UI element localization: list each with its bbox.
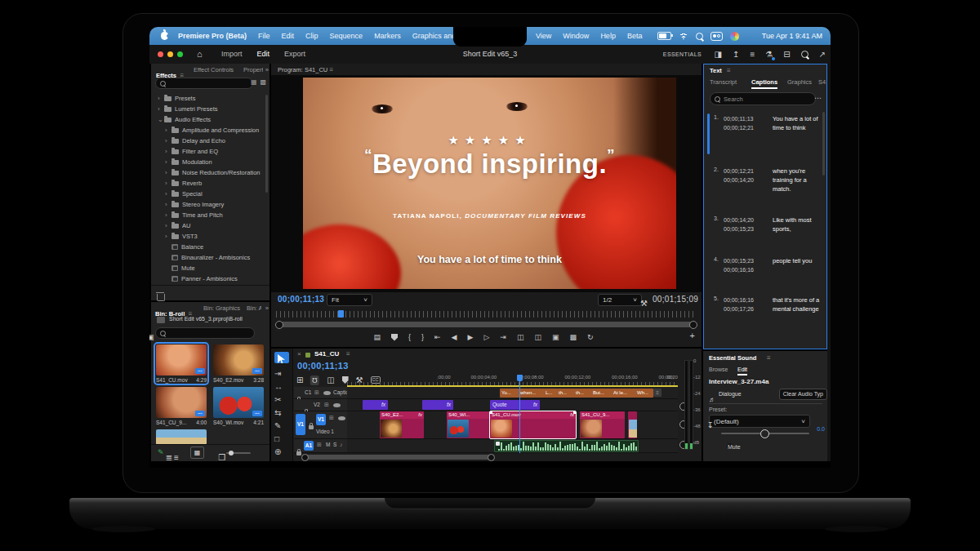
bin-clip[interactable]: •••S41_CU.mov4:29 <box>156 344 207 383</box>
edit-pen-icon[interactable]: ✎ <box>158 448 164 456</box>
caption-text[interactable]: Like with most sports, <box>773 216 820 233</box>
video-clip[interactable]: S40_WI... <box>447 411 490 438</box>
caption-text[interactable]: when you're training for a match. <box>773 167 820 193</box>
effects-tree-item[interactable]: ›Reverb <box>151 178 264 189</box>
tab-sequence[interactable]: S4 <box>818 78 826 86</box>
effects-scrollbar[interactable] <box>265 95 268 193</box>
save-preset-icon[interactable]: ↧ <box>706 420 713 429</box>
lift-icon[interactable]: ◫ <box>517 334 524 341</box>
effects-tree-item[interactable]: ›Modulation <box>151 157 264 167</box>
audio-type-label[interactable]: Dialogue <box>719 391 742 397</box>
clear-audio-type-button[interactable]: Clear Audio Typ <box>779 389 827 400</box>
clip-handle[interactable] <box>490 411 492 414</box>
tab-captions[interactable]: Captions <box>751 78 777 89</box>
lock-icon[interactable] <box>309 425 314 429</box>
menu-app-name[interactable]: Premiere Pro (Beta) <box>178 27 247 45</box>
program-timecode[interactable]: 00;00;11;13 <box>278 295 324 304</box>
menu-item-file[interactable]: File <box>258 27 270 45</box>
close-sequence-icon[interactable]: × <box>297 350 301 358</box>
more-options-icon[interactable]: ⋯ <box>814 94 822 102</box>
timeline-ruler[interactable]: ;00;0000;00;04;0000;00;08;0000;00;12;000… <box>347 375 678 385</box>
go-to-in-icon[interactable]: ⇤ <box>434 334 441 341</box>
tab-bin-audio[interactable]: Bin: Au <box>247 304 261 312</box>
a1-lane[interactable] <box>347 439 678 453</box>
menu-bar-clock[interactable]: Tue Apr 1 9:41 AM <box>762 27 822 45</box>
captions-track-header[interactable]: C1 ⊞ Captions <box>294 387 347 399</box>
clip-handle[interactable] <box>573 411 576 414</box>
linked-selection-icon[interactable]: ◫ <box>327 376 334 384</box>
program-video-frame[interactable]: ★★★★★ “Beyond inspiring.” TATIANA NAPOLI… <box>303 78 676 289</box>
menu-item-sequence[interactable]: Sequence <box>330 27 363 45</box>
menu-item-help[interactable]: Help <box>600 27 616 45</box>
bin-search-input[interactable] <box>155 327 255 339</box>
effects-tree-item[interactable]: Balance <box>151 242 264 252</box>
mic-icon[interactable]: ♪ <box>340 442 343 447</box>
monitor-settings-wrench-icon[interactable]: ⚒ <box>640 299 648 308</box>
tab-graphics[interactable]: Graphics <box>787 78 812 86</box>
v1-track-header[interactable]: V1 V1 ⊞ Video 1 <box>294 411 347 439</box>
step-forward-icon[interactable]: ▷ <box>483 334 489 341</box>
add-button[interactable]: + <box>690 331 695 340</box>
amount-value[interactable]: 0.0 <box>817 426 825 432</box>
track-visibility-eye-icon[interactable] <box>323 391 331 395</box>
effects-tree-item[interactable]: Panner - Ambisonics <box>151 273 264 284</box>
share-export-icon[interactable]: ↥ <box>733 51 739 59</box>
menu-item-beta[interactable]: Beta <box>627 27 643 45</box>
timeline-timecode[interactable]: 00;00;11;13 <box>297 361 349 371</box>
comparison-view-icon[interactable]: ▩ <box>569 334 577 341</box>
apple-menu-icon[interactable] <box>161 32 168 40</box>
menu-item-view[interactable]: View <box>536 27 551 45</box>
mute-track-button[interactable]: M <box>326 442 330 447</box>
effects-tree-item[interactable]: Mute <box>151 263 264 273</box>
captions-search-input[interactable]: Search <box>710 92 816 105</box>
wifi-icon[interactable] <box>679 33 688 40</box>
amount-slider[interactable] <box>721 433 809 434</box>
freeform-view-icon[interactable]: ❐ <box>218 453 225 462</box>
a1-track-header[interactable]: A1 ⊞ M S ♪ <box>294 439 347 453</box>
effects-tree-item[interactable]: ›Presets <box>151 93 264 104</box>
effects-tree-item[interactable]: ›Time and Pitch <box>151 210 264 220</box>
audio-clip[interactable] <box>494 440 639 452</box>
effects-search-input[interactable] <box>155 78 253 89</box>
program-playhead[interactable] <box>338 310 344 318</box>
workspace-label[interactable]: ESSENTIALS <box>663 45 702 64</box>
scrollbar-knob-right[interactable] <box>488 454 495 461</box>
bin-clip[interactable]: •••S41_CU_9...4:00 <box>156 387 207 425</box>
bit-depth-badge-icon[interactable]: ▩ <box>260 78 266 86</box>
video-clip[interactable]: S41_CU.movfx <box>490 411 576 438</box>
caption-clip[interactable]: Wh... <box>635 389 653 398</box>
program-ruler[interactable] <box>276 311 697 318</box>
timeline-scrollbar[interactable] <box>302 455 494 460</box>
export-frame-icon[interactable]: ▣ <box>552 334 559 341</box>
hand-tool[interactable]: ⊕ <box>274 443 289 455</box>
extract-icon[interactable]: ◫ <box>534 334 541 341</box>
insert-overwrite-icon[interactable]: ⊞ <box>296 376 303 384</box>
caption-clip[interactable]: L... <box>544 389 558 398</box>
caption-text[interactable]: that it's more of a mental challenge <box>773 295 820 313</box>
sort-menu-icon[interactable]: ≣ <box>166 453 172 462</box>
scrollbar-knob-right[interactable] <box>689 321 697 329</box>
tab-transcript[interactable]: Transcript <box>710 78 737 86</box>
workspace-switcher-icon[interactable]: ◨ <box>715 51 722 59</box>
caption-clip[interactable]: At le... <box>612 389 636 398</box>
panel-menu-icon[interactable]: ≡ <box>767 354 771 362</box>
rectangle-tool[interactable]: □ <box>274 430 289 442</box>
captions-speech-icon[interactable]: ⊟ <box>783 51 790 59</box>
graphic-clip[interactable]: fx <box>363 400 388 410</box>
slip-tool[interactable]: ⇆ <box>274 404 289 415</box>
effects-tree-item[interactable]: ›Amplitude and Compression <box>151 125 264 136</box>
scrollbar-knob-left[interactable] <box>301 454 309 461</box>
caption-clip[interactable]: Yo... <box>500 389 519 398</box>
v1-source-patch[interactable]: V1 <box>296 414 305 435</box>
multicam-icon[interactable]: ↻ <box>587 334 594 341</box>
caption-clip[interactable]: th... <box>574 389 592 398</box>
tab-overflow-icon[interactable]: » <box>265 66 269 73</box>
program-panel-title[interactable]: Program: S41_CU ≡ <box>278 66 333 73</box>
v1-lane[interactable]: S40_E2...fxS40_WI...S41_CU.movfxS41_CU_9… <box>347 411 678 439</box>
effects-tree-item[interactable]: ›Delay and Echo <box>151 136 264 146</box>
preset-dropdown[interactable]: (Default)˅ <box>709 415 810 428</box>
track-visibility-eye-icon[interactable] <box>338 416 345 420</box>
bin-clip-partial[interactable] <box>156 429 207 445</box>
effects-tree-item[interactable]: ›Stereo Imagery <box>151 199 264 210</box>
go-to-out-icon[interactable]: ⇥ <box>500 334 506 341</box>
